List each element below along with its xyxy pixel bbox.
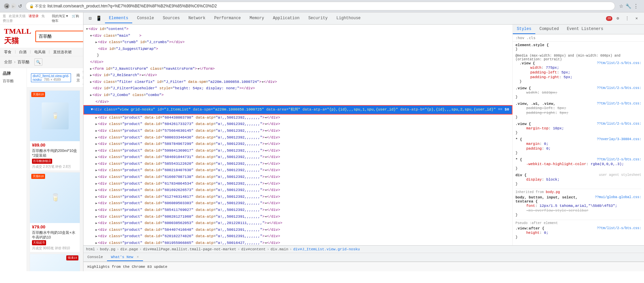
breadcrumb-home[interactable]: 全部 [4, 59, 12, 65]
tab-computed[interactable]: Computed [535, 25, 563, 34]
dom-line-p3[interactable]: ▶<div class="product" data-id="575664630… [83, 128, 512, 134]
dom-line-3[interactable]: <div id="J_SuggestTipWrap"> [83, 46, 512, 53]
dom-line-selected[interactable]: ▼<div class="view grid-nosku" id="J_Item… [83, 105, 512, 115]
dom-line-8[interactable]: ▶<div class="filter clearfix" id="J_Filt… [83, 79, 512, 86]
path-content[interactable]: div#content [241, 247, 266, 251]
dom-line-p14[interactable]: ▶<div class="product" data-id="606089503… [83, 200, 512, 207]
dom-line-p18[interactable]: ▶<div class="product" data-id="584407416… [83, 227, 512, 233]
path-mallpage[interactable]: div#mallPage.mallist.tmall-page-not-mark… [143, 247, 236, 251]
device-icon[interactable]: 📱 [95, 14, 103, 23]
dom-line-9[interactable]: <div id="J_FilterPlaceholder" style="hei… [83, 85, 512, 92]
dom-line-p4[interactable]: ▶<div class="product" data-id="600033346… [83, 134, 512, 141]
address-bar[interactable]: 🔒 不安全 list.tmall.com/search_product.htm?… [26, 2, 615, 10]
close-devtools-icon[interactable]: ✕ [633, 14, 641, 23]
extension-icon[interactable]: 🔧 [625, 3, 631, 9]
dom-line-10[interactable]: ▶<div id="J_Combo" class="combo"> [83, 92, 512, 99]
dom-line-p5[interactable]: ▶<div class="product" data-id="589784967… [83, 141, 512, 148]
dom-line-p1[interactable]: ▶<div class="product" data-id="604438003… [83, 115, 512, 121]
dom-line-p13[interactable]: ▶<div class="product" data-id="612746314… [83, 194, 512, 200]
forward-btn[interactable]: ▶ [11, 3, 16, 9]
console-tab-btn[interactable]: Console [83, 254, 107, 261]
price-from: ¥请输入 [83, 70, 83, 85]
nav-zhisi[interactable]: 直丝连衣裙 [53, 50, 72, 55]
style-prop-padleft2-strike: padding-left: 5px; [521, 106, 641, 111]
whatsnew-close-btn[interactable]: × [137, 255, 139, 259]
style-rule-star-bts: ??tm/list/2-s/bts.css: * { -webkit-tap-h… [515, 158, 641, 170]
dom-line-4[interactable]: } [83, 52, 512, 59]
product-img-1: 🥛 [30, 91, 80, 141]
tab-elements[interactable]: Elements [105, 14, 133, 23]
more-menu-icon[interactable]: ⋮ [633, 3, 639, 9]
dom-line-p12[interactable]: ▶<div class="product" data-id="601692626… [83, 187, 512, 194]
content-area: 品牌 百菲酪 div#J_ItemList.view.grid-nosku 78… [0, 68, 83, 271]
style-source-3[interactable]: ??tm/list/2-s/bts.css: [597, 102, 641, 105]
dom-line-1[interactable]: ▼<div class="main" > [83, 33, 512, 39]
tab-styles[interactable]: Styles [513, 25, 535, 34]
product-card-2[interactable]: 🥛 天猫618 ¥79.00 百菲酪水牛纯奶10盒装+水牛高钙奶10 天猫超市 … [30, 172, 80, 253]
whatsnew-tab-btn[interactable]: What's New × [107, 254, 143, 261]
style-source-5[interactable]: ??overlay/3-30804.css: [597, 137, 641, 141]
style-prop-width1: width: 775px; [525, 65, 641, 70]
path-main[interactable]: div.main [271, 247, 288, 251]
style-source-4[interactable]: ??tm/list/2-s/bts.css: [597, 122, 641, 126]
dom-line-6[interactable]: ▶<form id="J_NavAttrsForm" class="navAtt… [83, 66, 512, 72]
dom-line-2[interactable]: ▶<div class="crumb" id="J_crumbs"></div> [83, 39, 512, 46]
overflow-menu-icon[interactable]: ⋮ [623, 14, 631, 23]
dom-line-p2[interactable]: ▶<div class="product" data-id="604261733… [83, 121, 512, 128]
product-card-1[interactable]: 🥛 天猫618 ¥89.00 百菲酪水牛纯奶200ml*10盒*2提装箱 百菲酪… [30, 90, 80, 171]
filter-brand-value[interactable]: 百菲酪 [3, 78, 24, 84]
tab-network[interactable]: Network [184, 14, 209, 23]
dom-line-0[interactable]: ▼<div id="content"> [83, 26, 512, 33]
tab-sources[interactable]: Sources [159, 14, 184, 23]
dom-line-p20[interactable]: ▶<div class="product" data-id="601955966… [83, 240, 512, 245]
search-input[interactable] [36, 31, 83, 41]
path-div-page[interactable]: div.page [120, 247, 138, 251]
style-source-7[interactable]: ??mui/globa-global.css: [595, 195, 641, 199]
style-prop-ms-overflow: -ms-overflow-style-scrollbar [521, 208, 641, 213]
breadcrumb-current: 百菲酪 [17, 59, 30, 65]
tab-console[interactable]: Console [133, 14, 158, 23]
shop-badge-1: 百菲酪旗舰店 [32, 159, 52, 164]
dom-line-p6[interactable]: ▶<div class="product" data-id="599841369… [83, 148, 512, 154]
nav-lingshi[interactable]: 零食 [4, 50, 11, 55]
dom-line-p15[interactable]: ▶<div class="product" data-id="585411769… [83, 207, 512, 214]
tab-application[interactable]: Application [269, 14, 303, 23]
sidebar-filter: 品牌 百菲酪 [0, 68, 27, 271]
tab-security[interactable]: Security [304, 14, 332, 23]
bookmark-icon[interactable]: ☆ [619, 3, 623, 9]
dom-line-p19[interactable]: ▶<div class="product" data-id="620182274… [83, 233, 512, 240]
style-source-6[interactable]: ??tm/list/2-s/bts.css: [597, 158, 641, 161]
path-body[interactable]: body.pg [100, 247, 115, 251]
style-prop-width2-strike: width: 1023px; [521, 90, 641, 95]
dom-line-p8[interactable]: ▶<div class="product" data-id="585543122… [83, 161, 512, 167]
dom-line-p7[interactable]: ▶<div class="product" data-id="584691044… [83, 154, 512, 161]
dom-line-5[interactable]: </div> [83, 59, 512, 66]
tab-performance[interactable]: Performance [210, 14, 245, 23]
nav-baijiu[interactable]: 白酒 [19, 50, 27, 55]
settings-icon[interactable]: ⚙ [614, 14, 622, 23]
nav-dianfengshan[interactable]: 电风扇 [34, 50, 45, 55]
dom-line-11[interactable]: </div> [83, 99, 512, 105]
filter-brand-label: 品牌 [3, 71, 24, 76]
style-source-2[interactable]: ??tm/list/2-s/bts.css: [597, 86, 641, 90]
dom-line-p10[interactable]: ▶<div class="product" data-id="616607087… [83, 174, 512, 181]
path-itemlist[interactable]: div#J_ItemList.view.grid-nosku [293, 247, 360, 251]
dom-line-p9[interactable]: ▶<div class="product" data-id="600218407… [83, 167, 512, 174]
style-source-1[interactable]: ??tm/list/2-s/bts.css: [597, 61, 641, 65]
dom-line-p17[interactable]: ▶<div class="product" data-id="600038562… [83, 220, 512, 227]
path-html[interactable]: html [86, 247, 95, 251]
tab-event-listeners[interactable]: Event Listeners [563, 25, 607, 34]
style-source-8[interactable]: ??tm/list/2-s/bts.css: [597, 226, 641, 230]
product-card-3[interactable]: 🥛 领满19 ¥69.90 百菲酪200ml* 天猫超市 月成交 2.7万 [30, 254, 80, 271]
inspect-icon[interactable]: ⊡ [86, 14, 94, 23]
styles-filter-input[interactable] [515, 36, 641, 40]
style-media-query: @media (max-width: 800px) and (min-width… [515, 54, 641, 61]
dom-line-p11[interactable]: ▶<div class="product" data-id="617834864… [83, 181, 512, 187]
back-btn[interactable]: ◀ [4, 3, 9, 9]
whatsnew-tab-label: What's New [111, 255, 133, 259]
dom-line-7[interactable]: ▶<div id="J_RelSearch">◂</div> [83, 72, 512, 79]
tab-lighthouse[interactable]: Lighthouse [332, 14, 365, 23]
dom-line-p16[interactable]: ▶<div class="product" data-id="600281271… [83, 214, 512, 220]
refresh-btn[interactable]: ↺ [17, 3, 23, 9]
tab-memory[interactable]: Memory [246, 14, 268, 23]
